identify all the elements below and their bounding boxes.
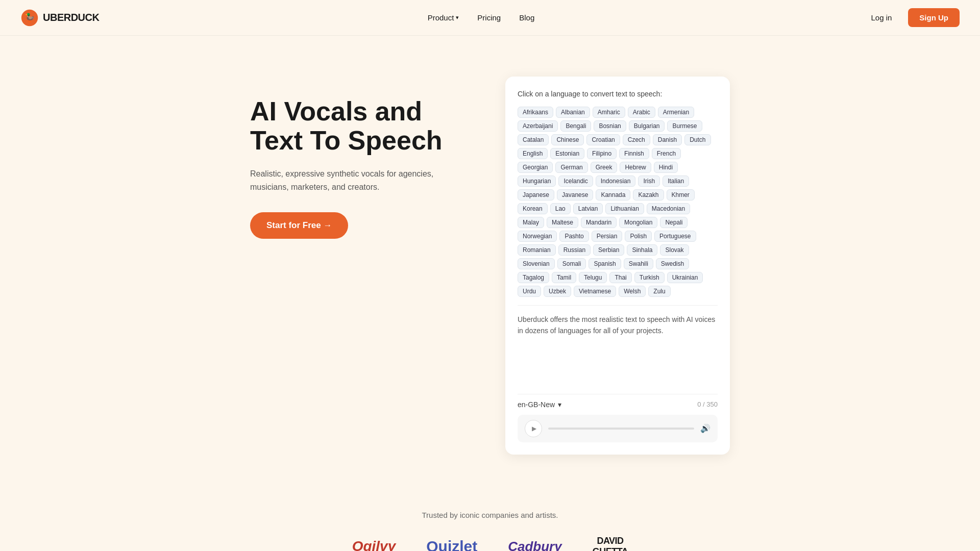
lang-tag[interactable]: Danish — [653, 134, 682, 145]
hero-left: AI Vocals and Text To Speech Realistic, … — [250, 77, 464, 239]
lang-tag[interactable]: Bosnian — [594, 120, 626, 132]
lang-tag[interactable]: Khmer — [667, 189, 695, 201]
lang-tag[interactable]: Malay — [518, 217, 544, 228]
play-button[interactable]: ▶ — [525, 420, 542, 437]
lang-tag[interactable]: Estonian — [550, 148, 584, 159]
lang-tag[interactable]: Tagalog — [518, 272, 549, 283]
lang-tag[interactable]: Amharic — [593, 107, 625, 118]
progress-bar[interactable] — [548, 428, 694, 430]
cadbury-logo: Cadbury — [508, 539, 561, 551]
lang-tag[interactable]: Dutch — [684, 134, 710, 145]
lang-tag[interactable]: Hebrew — [620, 162, 651, 173]
lang-tag[interactable]: Somali — [557, 258, 586, 269]
lang-tag[interactable]: Finnish — [619, 148, 649, 159]
lang-tag[interactable]: Mandarin — [581, 217, 617, 228]
lang-tag[interactable]: Kazakh — [633, 189, 664, 201]
lang-tag[interactable]: Chinese — [551, 134, 584, 145]
lang-tag[interactable]: Bengali — [560, 120, 591, 132]
navbar: 🦆 UBERDUCK Product ▾ Pricing Blog Log in… — [0, 0, 980, 36]
tts-text-input[interactable] — [518, 347, 718, 388]
lang-tag[interactable]: Icelandic — [558, 176, 593, 187]
lang-tag[interactable]: Sinhala — [627, 244, 657, 256]
lang-tag[interactable]: Javanese — [557, 189, 593, 201]
lang-tag[interactable]: Norwegian — [518, 231, 557, 242]
lang-tag[interactable]: Lithuanian — [605, 203, 644, 214]
lang-tag[interactable]: Indonesian — [596, 176, 636, 187]
lang-tag[interactable]: French — [652, 148, 681, 159]
volume-icon[interactable]: 🔊 — [700, 423, 710, 433]
lang-tag[interactable]: Bulgarian — [629, 120, 665, 132]
lang-tag[interactable]: Zulu — [648, 286, 670, 297]
trusted-label: Trusted by iconic companies and artists. — [20, 511, 960, 519]
lang-tag[interactable]: German — [555, 162, 587, 173]
lang-tag[interactable]: Arabic — [628, 107, 655, 118]
hero-subtitle: Realistic, expressive synthetic vocals f… — [250, 167, 464, 193]
login-button[interactable]: Log in — [863, 9, 900, 26]
play-icon: ▶ — [532, 425, 536, 432]
logo-link[interactable]: 🦆 UBERDUCK — [20, 9, 99, 27]
logo-text: UBERDUCK — [43, 12, 99, 23]
lang-tag[interactable]: Slovenian — [518, 258, 555, 269]
lang-tag[interactable]: Persian — [592, 231, 623, 242]
lang-tag[interactable]: Kannada — [596, 189, 630, 201]
language-select[interactable]: en-GB-New ▾ — [518, 400, 561, 409]
signup-button[interactable]: Sign Up — [908, 8, 960, 27]
char-count: 0 / 350 — [697, 400, 718, 408]
lang-tag[interactable]: Georgian — [518, 162, 553, 173]
lang-tag[interactable]: Burmese — [667, 120, 702, 132]
lang-tag[interactable]: Vietnamese — [574, 286, 616, 297]
lang-tag[interactable]: Irish — [638, 176, 660, 187]
lang-tag[interactable]: Nepali — [660, 217, 688, 228]
lang-tag[interactable]: Croatian — [586, 134, 620, 145]
lang-tag[interactable]: Latvian — [573, 203, 603, 214]
lang-tag[interactable]: Pashto — [559, 231, 589, 242]
lang-tag[interactable]: Portuguese — [654, 231, 696, 242]
lang-tag[interactable]: Thai — [609, 272, 631, 283]
nav-links: Product ▾ Pricing Blog — [428, 13, 535, 22]
lang-tag[interactable]: Albanian — [556, 107, 590, 118]
lang-tag[interactable]: Serbian — [593, 244, 624, 256]
lang-tag[interactable]: Welsh — [619, 286, 646, 297]
lang-tag[interactable]: Uzbek — [544, 286, 571, 297]
lang-tag[interactable]: Swedish — [656, 258, 689, 269]
lang-tag[interactable]: Azerbaijani — [518, 120, 558, 132]
lang-tag[interactable]: Spanish — [589, 258, 621, 269]
lang-tag[interactable]: Catalan — [518, 134, 549, 145]
lang-tag[interactable]: Armenian — [658, 107, 694, 118]
lang-tag[interactable]: Maltese — [547, 217, 578, 228]
lang-tag[interactable]: Korean — [518, 203, 548, 214]
lang-tag[interactable]: Turkish — [634, 272, 665, 283]
hero-title: AI Vocals and Text To Speech — [250, 97, 464, 155]
lang-tag[interactable]: Macedonian — [647, 203, 690, 214]
tts-card: Click on a language to convert text to s… — [505, 77, 730, 455]
lang-tag[interactable]: Afrikaans — [518, 107, 553, 118]
lang-tag[interactable]: Filipino — [587, 148, 617, 159]
lang-tag[interactable]: Russian — [558, 244, 591, 256]
lang-tag[interactable]: Telugu — [579, 272, 607, 283]
lang-tag[interactable]: Swahili — [624, 258, 653, 269]
logo-icon: 🦆 — [20, 9, 39, 27]
lang-tag[interactable]: English — [518, 148, 548, 159]
nav-product[interactable]: Product ▾ — [428, 13, 459, 22]
david-guetta-logo: DAVIDGUETTA — [593, 536, 628, 551]
nav-blog[interactable]: Blog — [519, 13, 534, 22]
lang-tag[interactable]: Lao — [550, 203, 571, 214]
lang-tag[interactable]: Czech — [623, 134, 650, 145]
lang-tag[interactable]: Japanese — [518, 189, 554, 201]
lang-tag[interactable]: Tamil — [552, 272, 576, 283]
start-free-button[interactable]: Start for Free → — [250, 212, 348, 239]
ogilvy-logo: Ogilvy — [352, 538, 396, 551]
lang-tag[interactable]: Ukrainian — [667, 272, 703, 283]
hero-section: AI Vocals and Text To Speech Realistic, … — [0, 36, 980, 485]
lang-tag[interactable]: Romanian — [518, 244, 556, 256]
lang-tag[interactable]: Hungarian — [518, 176, 556, 187]
lang-tag[interactable]: Italian — [663, 176, 689, 187]
lang-tag[interactable]: Slovak — [660, 244, 689, 256]
audio-player: ▶ 🔊 — [518, 415, 718, 442]
lang-tag[interactable]: Polish — [625, 231, 652, 242]
lang-tag[interactable]: Greek — [591, 162, 618, 173]
lang-tag[interactable]: Mongolian — [619, 217, 657, 228]
lang-tag[interactable]: Hindi — [654, 162, 678, 173]
lang-tag[interactable]: Urdu — [518, 286, 541, 297]
nav-pricing[interactable]: Pricing — [477, 13, 501, 22]
